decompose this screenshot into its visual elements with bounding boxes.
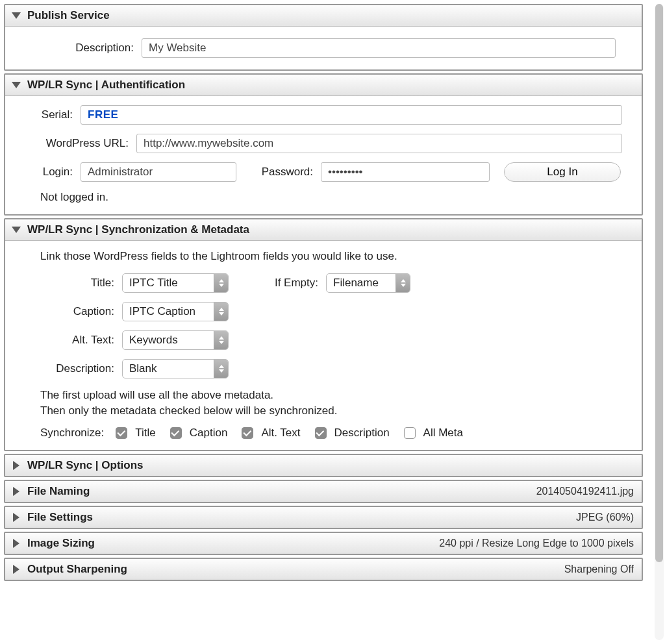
checkbox-description[interactable] xyxy=(315,427,327,439)
sync-note-line2: Then only the metadata checked below wil… xyxy=(40,404,337,417)
stepper-icon xyxy=(395,274,410,292)
scrollbar-track[interactable] xyxy=(655,4,664,640)
login-button[interactable]: Log In xyxy=(504,162,621,182)
alt-select[interactable]: Keywords xyxy=(122,330,229,350)
panel-header-publish[interactable]: Publish Service xyxy=(5,5,642,27)
panel-image-sizing: Image Sizing 240 ppi / Resize Long Edge … xyxy=(4,532,643,555)
panel-file-settings: File Settings JPEG (60%) xyxy=(4,506,643,529)
checkbox-description-label: Description xyxy=(332,427,395,440)
panel-title: Image Sizing xyxy=(27,537,95,550)
checkbox-alt-label: Alt. Text xyxy=(258,427,305,440)
ifempty-label: If Empty: xyxy=(229,277,326,290)
panel-options: WP/LR Sync | Options xyxy=(4,454,643,477)
settings-scroll-area: Publish Service Description: WP/LR Sync … xyxy=(0,0,649,644)
panel-title: WP/LR Sync | Options xyxy=(27,459,144,472)
password-label: Password: xyxy=(236,166,321,179)
disclosure-down-icon xyxy=(12,82,21,88)
panel-header-file-naming[interactable]: File Naming 20140504192411.jpg xyxy=(5,481,642,502)
caption-select[interactable]: IPTC Caption xyxy=(122,302,229,321)
panel-file-naming: File Naming 20140504192411.jpg xyxy=(4,480,643,503)
panel-title: Publish Service xyxy=(27,9,110,22)
stepper-icon xyxy=(214,303,228,321)
scrollbar-thumb[interactable] xyxy=(655,4,663,562)
stepper-icon xyxy=(214,331,228,349)
stepper-icon xyxy=(214,360,228,378)
checkbox-caption[interactable] xyxy=(170,427,182,439)
panel-header-sharpening[interactable]: Output Sharpening Sharpening Off xyxy=(5,559,642,580)
select-value: Filename xyxy=(327,277,395,290)
wordpress-url-input[interactable] xyxy=(136,134,622,153)
disclosure-right-icon xyxy=(13,513,19,522)
password-input[interactable] xyxy=(321,162,490,182)
panel-title: Output Sharpening xyxy=(27,563,127,576)
panel-status: 240 ppi / Resize Long Edge to 1000 pixel… xyxy=(439,538,636,549)
checkbox-title-label: Title xyxy=(132,427,161,440)
panel-status: 20140504192411.jpg xyxy=(536,486,636,497)
serial-input[interactable] xyxy=(81,105,622,125)
disclosure-right-icon xyxy=(13,461,19,470)
select-value: IPTC Caption xyxy=(123,305,214,318)
panel-status: Sharpening Off xyxy=(564,564,636,575)
panel-title: File Settings xyxy=(27,511,93,524)
checkbox-alt[interactable] xyxy=(242,427,253,439)
description-input[interactable] xyxy=(142,38,616,58)
panel-publish-service: Publish Service Description: xyxy=(4,4,643,71)
panel-body-auth: Serial: WordPress URL: Login: Password: … xyxy=(5,96,642,214)
title-label: Title: xyxy=(25,277,122,290)
panel-status: JPEG (60%) xyxy=(576,512,636,523)
panel-header-auth[interactable]: WP/LR Sync | Authentification xyxy=(5,75,642,96)
synchronize-label: Synchronize: xyxy=(40,427,107,440)
panel-body-publish: Description: xyxy=(5,27,642,69)
ifempty-select[interactable]: Filename xyxy=(326,273,410,293)
title-select[interactable]: IPTC Title xyxy=(122,273,229,293)
description-label: Description: xyxy=(25,362,122,375)
panel-sync: WP/LR Sync | Synchronization & Metadata … xyxy=(4,218,643,451)
panel-title: File Naming xyxy=(27,485,90,498)
synchronize-row: Synchronize: Title Caption Alt. Text Des… xyxy=(40,427,622,440)
serial-label: Serial: xyxy=(25,108,81,121)
wordpress-url-label: WordPress URL: xyxy=(25,137,136,150)
disclosure-right-icon xyxy=(13,487,19,496)
checkbox-title[interactable] xyxy=(116,427,127,439)
caption-label: Caption: xyxy=(25,305,122,318)
panel-header-file-settings[interactable]: File Settings JPEG (60%) xyxy=(5,507,642,528)
checkbox-allmeta[interactable] xyxy=(404,427,416,439)
stepper-icon xyxy=(214,274,228,292)
panel-auth: WP/LR Sync | Authentification Serial: Wo… xyxy=(4,73,643,216)
panel-title: WP/LR Sync | Synchronization & Metadata xyxy=(27,223,249,236)
alt-label: Alt. Text: xyxy=(25,334,122,347)
panel-title: WP/LR Sync | Authentification xyxy=(27,79,185,92)
checkbox-allmeta-label: All Meta xyxy=(421,427,468,440)
select-value: Keywords xyxy=(123,334,214,347)
login-input[interactable] xyxy=(81,162,236,182)
disclosure-down-icon xyxy=(12,227,21,233)
sync-intro: Link those WordPress fields to the Light… xyxy=(40,250,622,263)
auth-status-text: Not logged in. xyxy=(40,191,622,204)
login-label: Login: xyxy=(25,166,81,179)
description-select[interactable]: Blank xyxy=(122,359,229,378)
select-value: Blank xyxy=(123,362,214,375)
select-value: IPTC Title xyxy=(123,277,214,290)
panel-header-sync[interactable]: WP/LR Sync | Synchronization & Metadata xyxy=(5,219,642,241)
panel-header-options[interactable]: WP/LR Sync | Options xyxy=(5,455,642,476)
description-label: Description: xyxy=(31,42,142,55)
disclosure-right-icon xyxy=(13,565,19,574)
panel-output-sharpening: Output Sharpening Sharpening Off xyxy=(4,558,643,581)
checkbox-caption-label: Caption xyxy=(187,427,233,440)
disclosure-down-icon xyxy=(12,12,21,19)
sync-note-line1: The first upload will use all the above … xyxy=(40,389,273,401)
panel-header-image-sizing[interactable]: Image Sizing 240 ppi / Resize Long Edge … xyxy=(5,533,642,554)
sync-note: The first upload will use all the above … xyxy=(40,388,622,419)
panel-body-sync: Link those WordPress fields to the Light… xyxy=(5,241,642,450)
disclosure-right-icon xyxy=(13,539,19,548)
